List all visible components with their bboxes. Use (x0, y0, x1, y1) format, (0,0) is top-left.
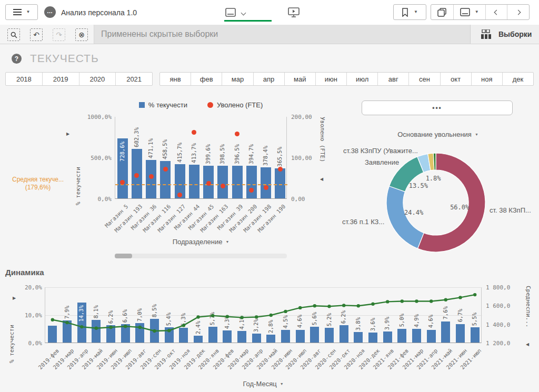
chevron-down-icon[interactable] (241, 11, 246, 16)
line-point-2019-окт[interactable] (167, 329, 171, 332)
selections-tool-button[interactable]: Выборки (470, 25, 539, 44)
line-point-2020-сен[interactable] (327, 305, 331, 308)
next-sheet-button[interactable] (507, 5, 529, 19)
presentation-button[interactable] (288, 7, 300, 19)
line-point-2021-фев[interactable] (401, 299, 404, 303)
line-point-2020-янв[interactable] (211, 314, 214, 317)
point-Магазин 163[interactable] (221, 184, 225, 188)
bar-Магазин 44[interactable] (189, 165, 199, 199)
month-filter-апр[interactable]: апр (253, 73, 284, 85)
line-point-2020-апр[interactable] (255, 315, 258, 318)
bar-Магазин 190[interactable] (275, 168, 285, 198)
month-filter-мар[interactable]: мар (222, 73, 253, 85)
dimension-selector[interactable]: Подразделение ▼ (115, 238, 287, 246)
turnover-by-store-chart: % текучести Уволено (FTE) ▶ % текучести … (5, 89, 332, 263)
duplicate-sheet-button[interactable] (431, 5, 453, 19)
point-Магазин 45[interactable] (206, 181, 211, 186)
line-point-2019-фев[interactable] (51, 318, 54, 321)
line-point-2019-апр[interactable] (80, 325, 83, 328)
bar-Магазин 198[interactable] (261, 167, 271, 198)
chart-legend: % текучести Уволено (FTE) (115, 101, 287, 109)
selections-button-label: Выборки (498, 30, 532, 38)
chart-scrollbar-thumb[interactable] (115, 254, 132, 258)
axis-scroll-right-icon[interactable]: ▶ (13, 296, 16, 300)
app-toolbar: ▼ ••• Анализ персонала 1.0 ▼ (0, 0, 539, 25)
line-point-2020-июл[interactable] (298, 306, 302, 309)
line-point-2020-дек[interactable] (371, 303, 374, 306)
smart-search-button[interactable] (7, 28, 20, 41)
bar-Магазин 116[interactable] (160, 161, 171, 199)
dimension-selector[interactable]: Год-Месяц ▼ (45, 380, 482, 388)
line-point-2021-янв[interactable] (386, 300, 389, 303)
app-options-icon[interactable]: ••• (44, 6, 56, 18)
month-filter-июл[interactable]: июл (346, 73, 377, 85)
bookmark-icon (402, 8, 408, 17)
year-filter-2020[interactable]: 2020 (79, 73, 116, 85)
selections-grid-icon (481, 29, 491, 39)
bar-label: 458,5% (162, 139, 168, 159)
month-filter-янв[interactable]: янв (160, 73, 191, 85)
month-filter-ноя[interactable]: ноя (471, 73, 502, 85)
step-back-button[interactable]: ↶ (30, 28, 43, 41)
point-Магазин 198[interactable] (264, 185, 268, 190)
year-filter-2019[interactable]: 2019 (42, 73, 79, 85)
month-filter-май[interactable]: май (284, 73, 315, 85)
point-Магазин 127[interactable] (177, 193, 182, 197)
line-point-2020-фев[interactable] (226, 315, 229, 318)
month-filter-фев[interactable]: фев (191, 73, 222, 85)
donut-slice-1[interactable] (386, 186, 424, 249)
year-filter-2021[interactable]: 2021 (115, 73, 152, 85)
bar-Магазин 39[interactable] (232, 166, 243, 198)
line-point-2019-май[interactable] (95, 327, 98, 330)
bar-Магазин 36[interactable] (146, 160, 156, 199)
clear-selections-button[interactable]: ⊗ (75, 28, 88, 41)
bar-Магазин 200[interactable] (246, 166, 257, 198)
line-point-2020-ноя[interactable] (357, 304, 360, 307)
bookmarks-button[interactable]: ▼ (393, 4, 426, 20)
line-point-2021-май[interactable] (444, 298, 447, 301)
line-point-2021-июн[interactable] (458, 296, 462, 299)
sheet-view-button[interactable] (225, 8, 236, 19)
line-point-2020-мар[interactable] (240, 316, 243, 319)
month-filter-дек[interactable]: дек (502, 73, 533, 85)
help-icon[interactable]: ? (12, 54, 22, 64)
line-point-2019-июн[interactable] (109, 326, 112, 329)
line-point-2019-ноя[interactable] (182, 324, 185, 327)
month-filter-окт[interactable]: окт (440, 73, 471, 85)
line-point-2021-июл[interactable] (473, 293, 476, 296)
chevron-right-icon (516, 9, 521, 15)
point-Магазин 36[interactable] (149, 174, 154, 179)
line-point-2019-авг[interactable] (138, 326, 142, 329)
active-tab-indicator (224, 20, 272, 22)
search-icon (11, 32, 17, 38)
main-menu-button[interactable]: ▼ (5, 4, 38, 20)
line-point-2019-июл[interactable] (124, 325, 127, 328)
line-point-2021-апр[interactable] (430, 299, 433, 303)
chart-scrollbar[interactable] (115, 254, 287, 258)
sheet-list-button[interactable]: ▼ (453, 5, 485, 19)
axis-scroll-left-icon[interactable]: ◀ (320, 177, 323, 182)
line-point-2020-авг[interactable] (313, 304, 316, 307)
line-point-2019-дек[interactable] (196, 315, 199, 318)
line-point-2021-мар[interactable] (415, 299, 418, 303)
axis-scroll-left-icon[interactable]: ◀ (526, 342, 529, 347)
right-axis-title: Среднеспи... (525, 286, 532, 338)
year-filter-2018[interactable]: 2018 (6, 73, 42, 85)
bar-Магазин 163[interactable] (217, 166, 228, 198)
step-forward-button[interactable]: ↷ (53, 28, 65, 41)
month-filter-июн[interactable]: июн (315, 73, 346, 85)
line-point-2020-окт[interactable] (342, 304, 345, 307)
point-Магазин 39[interactable] (235, 132, 239, 136)
bar-label: 394,7% (248, 144, 255, 164)
line-point-2019-мар[interactable] (65, 321, 68, 324)
month-filter-авг[interactable]: авг (377, 73, 408, 85)
point-Магазин 44[interactable] (192, 130, 196, 135)
month-filter-сен[interactable]: сен (408, 73, 440, 85)
line-point-2020-май[interactable] (270, 314, 273, 317)
line-point-2019-сен[interactable] (153, 329, 156, 333)
prev-sheet-button[interactable] (485, 5, 507, 19)
right-axis-title: Уволено (FTE) (319, 117, 326, 177)
app-title: Анализ персонала 1.0 (61, 8, 137, 17)
line-point-2020-июн[interactable] (284, 310, 287, 313)
axis-scroll-right-icon[interactable]: ▶ (66, 132, 69, 136)
